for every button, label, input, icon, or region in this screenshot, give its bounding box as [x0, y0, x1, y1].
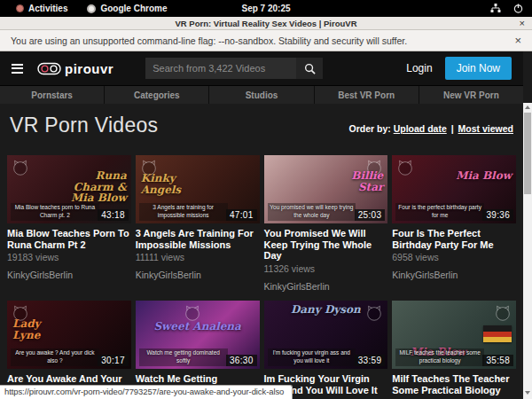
- view-count: 11326 views: [264, 263, 388, 274]
- video-title[interactable]: 3 Angels Are Training For Impossible Mis…: [136, 228, 260, 250]
- activities-label: Activities: [28, 4, 67, 13]
- thumb-overlay-caption: Are you awake ? And your dick also ?: [11, 348, 99, 366]
- video-thumbnail[interactable]: Dany Dyson I'm fucking your virgin ass a…: [264, 301, 388, 369]
- video-title[interactable]: You Promised We Will Keep Trying The Who…: [264, 228, 388, 262]
- scrollbar[interactable]: [523, 103, 532, 399]
- view-count: 6958 views: [392, 252, 516, 262]
- video-card[interactable]: Billie Star You promised we will keep tr…: [264, 155, 388, 292]
- logo-text: pirouvr: [65, 61, 113, 76]
- search-icon: [304, 63, 316, 74]
- power-icon[interactable]: [513, 4, 523, 13]
- thumb-overlay-caption: Watch me getting dominated softly: [139, 348, 228, 366]
- thumb-overlay-caption: 3 Angels are training for impossible mis…: [139, 203, 228, 221]
- video-thumbnail[interactable]: Billie Star You promised we will keep tr…: [264, 155, 388, 223]
- window-titlebar: VR Porn: Virtual Reality Sex Videos | Pi…: [0, 17, 532, 30]
- thumb-overlay-name: Sweet Analena: [136, 321, 260, 332]
- site-logo[interactable]: pirouvr: [37, 61, 113, 76]
- nav-item-new-vr-porn[interactable]: New VR Porn: [419, 86, 523, 104]
- chrome-infobar: You are using an unsupported command-lin…: [0, 30, 532, 51]
- app-menu-button[interactable]: Google Chrome: [80, 4, 174, 13]
- thumb-overlay-caption: You promised we will keep trying the who…: [268, 203, 356, 221]
- infobar-message: You are using an unsupported command-lin…: [11, 35, 407, 46]
- video-thumbnail[interactable]: Kinky Angels 3 Angels are training for i…: [136, 155, 260, 223]
- video-title[interactable]: Milf Teaches The Teacher Some Practical …: [392, 373, 516, 395]
- window-title: VR Porn: Virtual Reality Sex Videos | Pi…: [175, 19, 356, 28]
- site-header: pirouvr Login Join Now: [0, 51, 523, 85]
- studio-link[interactable]: KinkyGirlsBerlin: [392, 270, 516, 280]
- video-thumbnail[interactable]: Mia Blow Four is the perfect birthday pa…: [392, 155, 516, 223]
- video-title[interactable]: Mia Blow Teaches Porn To Runa Charm Pt 2: [7, 228, 131, 250]
- duration-badge: 39:36: [482, 209, 513, 221]
- thumb-overlay-name: Billie Star: [326, 170, 383, 192]
- menu-icon[interactable]: [12, 61, 23, 75]
- studio-link[interactable]: KinkyGirlsBerlin: [264, 281, 388, 292]
- activities-button[interactable]: Activities: [9, 4, 74, 13]
- duration-badge: 43:18: [98, 209, 129, 221]
- video-title[interactable]: Four Is The Perfect Birthday Party For M…: [392, 228, 516, 250]
- video-thumbnail[interactable]: Sweet Analena Watch me getting dominated…: [136, 301, 260, 369]
- thumb-overlay-caption: I'm fucking your virgin ass and you will…: [268, 348, 356, 366]
- video-card[interactable]: Kinky Angels 3 Angels are training for i…: [136, 155, 260, 292]
- video-thumbnail[interactable]: Runa Charm & Mia Blow Mia Blow teaches p…: [7, 155, 131, 223]
- video-card[interactable]: Mia Blow MILF teaches the teacher some p…: [392, 301, 516, 399]
- duration-badge: 25:03: [355, 209, 386, 221]
- order-by-label: Order by:: [348, 123, 390, 134]
- thumb-overlay-name: Mia Blow: [456, 170, 512, 182]
- order-by-separator: |: [451, 123, 454, 134]
- thumb-overlay-name: Lady Lyne: [12, 318, 67, 340]
- thumb-overlay-name: Kinky Angels: [141, 173, 196, 195]
- studio-watermark-icon: [11, 158, 30, 181]
- nav-item-pornstars[interactable]: Pornstars: [0, 86, 105, 104]
- window-close-icon[interactable]: ×: [520, 17, 525, 30]
- nav-item-best-vr-porn[interactable]: Best VR Porn: [315, 86, 419, 104]
- video-thumbnail[interactable]: Mia Blow MILF teaches the teacher some p…: [392, 301, 516, 369]
- infobar-close-icon[interactable]: ×: [514, 34, 521, 47]
- studio-watermark-icon: [493, 303, 512, 326]
- system-top-bar: Activities Google Chrome Sep 7 20:25: [0, 0, 532, 17]
- view-count: 19183 views: [7, 252, 131, 262]
- studio-watermark-icon: [395, 158, 415, 181]
- chrome-icon: [87, 4, 96, 13]
- duration-badge: 33:59: [355, 355, 386, 366]
- thumb-overlay-caption: Four is the perfect birthday party for m…: [395, 203, 484, 221]
- thumb-overlay-caption: Mia Blow teaches porn to Runa Charm pt. …: [11, 203, 99, 221]
- nav-item-studios[interactable]: Studios: [209, 86, 314, 104]
- thumb-overlay-name: Runa Charm & Mia Blow: [70, 170, 127, 204]
- order-by-most-viewed-link[interactable]: Most viewed: [458, 123, 513, 134]
- flag-icon: [483, 325, 512, 342]
- order-by: Order by: Upload date | Most viewed: [348, 123, 513, 134]
- duration-badge: 47:01: [226, 209, 257, 221]
- search-button[interactable]: [296, 58, 323, 79]
- video-thumbnail[interactable]: Lady Lyne Are you awake ? And your dick …: [7, 301, 131, 369]
- status-url-bubble: https://pirouvr.com/vr-porn-video/779325…: [0, 385, 293, 399]
- duration-badge: 30:17: [98, 355, 129, 366]
- order-by-upload-date-link[interactable]: Upload date: [394, 123, 447, 134]
- vr-goggles-icon: [37, 62, 61, 75]
- activities-icon: [16, 4, 24, 12]
- scrollbar-up-arrow-icon[interactable]: [523, 103, 532, 112]
- nav-item-categories[interactable]: Categories: [105, 86, 209, 104]
- video-card[interactable]: Runa Charm & Mia Blow Mia Blow teaches p…: [7, 155, 131, 292]
- video-card[interactable]: Mia Blow Four is the perfect birthday pa…: [392, 155, 516, 292]
- duration-badge: 36:30: [226, 355, 257, 366]
- page-title: VR Porn Videos: [10, 113, 158, 137]
- studio-link[interactable]: KinkyGirlsBerlin: [7, 270, 131, 280]
- scrollbar-down-arrow-icon[interactable]: [523, 388, 532, 397]
- video-grid: Runa Charm & Mia Blow Mia Blow teaches p…: [7, 155, 516, 399]
- main-nav: Pornstars Categories Studios Best VR Por…: [0, 85, 523, 104]
- page-viewport: pirouvr Login Join Now Pornstars Categor…: [0, 51, 532, 399]
- join-now-button[interactable]: Join Now: [445, 57, 512, 80]
- login-link[interactable]: Login: [406, 62, 432, 74]
- thumb-overlay-caption: MILF teaches the teacher some practical …: [395, 348, 484, 366]
- network-icon[interactable]: [490, 4, 501, 13]
- studio-link[interactable]: KinkyGirlsBerlin: [136, 270, 260, 280]
- duration-badge: 35:58: [482, 355, 513, 366]
- scrollbar-thumb[interactable]: [524, 113, 531, 194]
- thumb-overlay-name: Dany Dyson: [264, 304, 388, 316]
- search-input[interactable]: [145, 58, 296, 79]
- view-count: 11111 views: [136, 252, 260, 262]
- app-menu-label: Google Chrome: [100, 4, 167, 13]
